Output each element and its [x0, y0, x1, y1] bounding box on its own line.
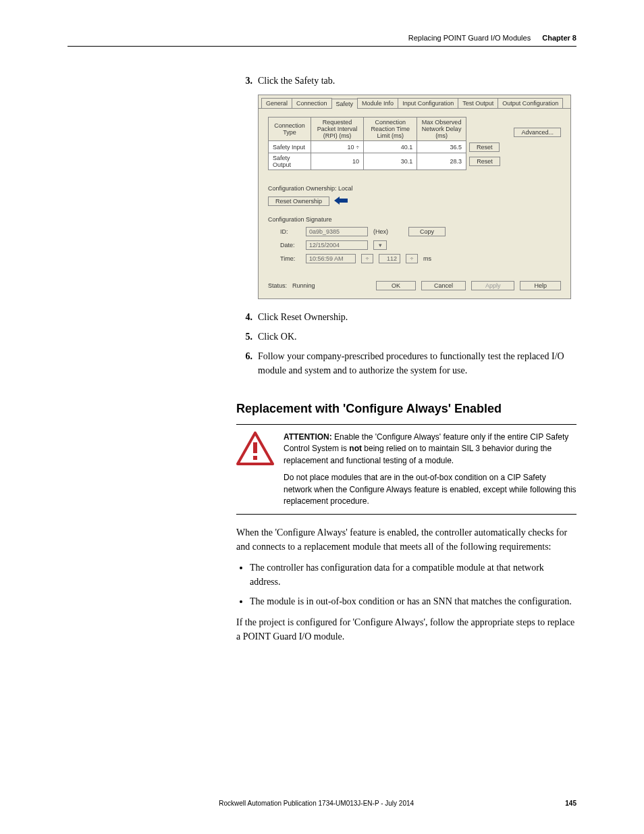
footer-page-number: 145	[565, 800, 576, 807]
col-crt: Connection Reaction Time Limit (ms)	[364, 118, 417, 141]
cell-type: Safety Input	[269, 141, 311, 153]
step-6: 6. Follow your company-prescribed proced…	[236, 349, 576, 377]
time-field: 10:56:59 AM	[306, 254, 356, 263]
safety-dialog-screenshot: General Connection Safety Module Info In…	[258, 95, 576, 299]
list-item: The module is in out-of-box condition or…	[250, 594, 576, 608]
attention-box: ATTENTION: Enable the 'Configure Always'…	[236, 424, 576, 515]
col-rpi: Requested Packet Interval (RPI) (ms)	[311, 118, 363, 141]
header-title: Replacing POINT Guard I/O Modules	[408, 34, 531, 42]
time-label: Time:	[280, 255, 300, 262]
step-4-num: 4.	[236, 310, 252, 324]
status-label: Status:	[268, 282, 287, 289]
table-row: Safety Input 10 ÷ 40.1 36.5 Reset	[269, 141, 504, 153]
svg-rect-2	[253, 442, 257, 453]
date-dropdown-icon[interactable]: ▾	[373, 240, 387, 250]
date-label: Date:	[280, 242, 300, 249]
tab-general[interactable]: General	[261, 98, 292, 108]
spinner-icon[interactable]: ÷	[356, 144, 359, 151]
cell-crt: 30.1	[364, 153, 417, 170]
step-3-text: Click the Safety tab.	[258, 74, 576, 88]
step-3: 3. Click the Safety tab.	[236, 74, 576, 88]
date-field: 12/15/2004	[306, 240, 368, 250]
reset-input-button[interactable]: Reset	[469, 142, 500, 152]
header-chapter: Chapter 8	[542, 34, 576, 42]
reset-output-button[interactable]: Reset	[469, 157, 500, 166]
tab-test-output[interactable]: Test Output	[458, 98, 498, 108]
intro-para: When the 'Configure Always' feature is e…	[236, 525, 576, 554]
step-3-num: 3.	[236, 74, 252, 88]
warning-triangle-icon	[236, 432, 274, 465]
copy-button[interactable]: Copy	[408, 227, 446, 236]
tab-connection[interactable]: Connection	[292, 98, 332, 108]
hex-label: (Hex)	[373, 228, 388, 235]
connection-table: Connection Type Requested Packet Interva…	[268, 117, 504, 170]
list-item: The controller has configuration data fo…	[250, 561, 576, 589]
arrow-left-icon	[334, 196, 348, 207]
id-field: 0a9b_9385	[306, 227, 368, 236]
svg-rect-3	[253, 456, 257, 460]
dialog-tabs: General Connection Safety Module Info In…	[259, 95, 570, 109]
tab-module-info[interactable]: Module Info	[357, 98, 398, 108]
cell-crt: 40.1	[364, 141, 417, 153]
svg-marker-0	[334, 197, 348, 205]
time-ms-field: 112	[379, 254, 400, 263]
cancel-button[interactable]: Cancel	[421, 281, 466, 290]
tab-input-config[interactable]: Input Configuration	[398, 98, 458, 108]
col-conn-type: Connection Type	[269, 118, 311, 141]
module-dialog: General Connection Safety Module Info In…	[258, 95, 571, 299]
tab-safety[interactable]: Safety	[331, 99, 358, 109]
col-max-delay: Max Observed Network Delay (ms)	[417, 118, 466, 141]
ok-button[interactable]: OK	[376, 281, 416, 290]
step-5: 5. Click OK.	[236, 330, 576, 344]
section-heading: Replacement with 'Configure Always' Enab…	[236, 402, 576, 416]
apply-button[interactable]: Apply	[471, 281, 515, 290]
status-value: Running	[292, 282, 315, 289]
ownership-label: Configuration Ownership: Local	[268, 185, 561, 192]
cell-rpi: 10	[311, 153, 363, 170]
cell-type: Safety Output	[269, 153, 311, 170]
reset-ownership-button[interactable]: Reset Ownership	[268, 197, 329, 206]
footer-publication: Rockwell Automation Publication 1734-UM0…	[68, 800, 565, 807]
outro-para: If the project is configured for 'Config…	[236, 615, 576, 644]
help-button[interactable]: Help	[520, 281, 561, 290]
requirement-list: The controller has configuration data fo…	[250, 561, 576, 608]
tab-output-config[interactable]: Output Configuration	[498, 98, 563, 108]
page-footer: Rockwell Automation Publication 1734-UM0…	[68, 800, 576, 807]
attention-p1: ATTENTION: Enable the 'Configure Always'…	[284, 432, 576, 467]
table-row: Safety Output 10 30.1 28.3 Reset	[269, 153, 504, 170]
ms-unit: ms	[423, 255, 431, 262]
step-6-text: Follow your company-prescribed procedure…	[258, 349, 576, 377]
step-6-num: 6.	[236, 349, 252, 377]
page-header: Replacing POINT Guard I/O Modules Chapte…	[68, 34, 576, 47]
time-spinner-icon[interactable]: ÷	[361, 254, 373, 263]
step-4-text: Click Reset Ownership.	[258, 310, 576, 324]
cell-max: 28.3	[417, 153, 466, 170]
step-5-num: 5.	[236, 330, 252, 344]
config-sig-label: Configuration Signature	[268, 216, 561, 223]
id-label: ID:	[280, 228, 300, 235]
attention-p2: Do not place modules that are in the out…	[284, 472, 576, 507]
step-5-text: Click OK.	[258, 330, 576, 344]
advanced-button[interactable]: Advanced...	[514, 128, 561, 137]
cell-max: 36.5	[417, 141, 466, 153]
safety-input-rpi[interactable]: 10	[348, 144, 354, 151]
ms-spinner-icon[interactable]: ÷	[406, 254, 418, 263]
step-4: 4. Click Reset Ownership.	[236, 310, 576, 324]
